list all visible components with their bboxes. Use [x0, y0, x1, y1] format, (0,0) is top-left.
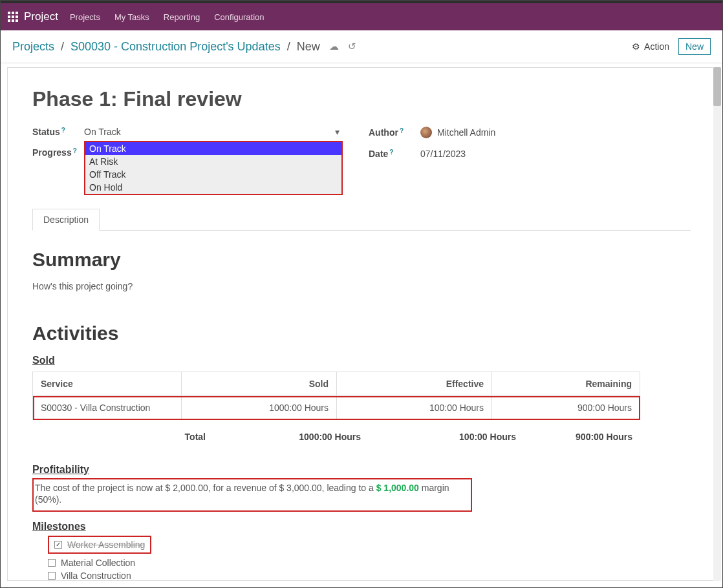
- milestone-item: Villa Construction: [48, 569, 691, 582]
- scroll-thumb[interactable]: [713, 67, 721, 106]
- action-label: Action: [644, 41, 669, 52]
- cell-remaining: 900:00 Hours: [492, 396, 640, 420]
- milestone-highlight: ✓ Worker Assembling: [48, 536, 151, 554]
- table-row: S00030 - Villa Construction 1000:00 Hour…: [33, 396, 640, 420]
- avatar: [420, 127, 432, 138]
- breadcrumb-projects[interactable]: Projects: [12, 40, 54, 54]
- nav-reporting[interactable]: Reporting: [164, 12, 200, 22]
- total-sold: 1000:00 Hours: [213, 429, 369, 445]
- checkbox-icon[interactable]: [48, 559, 56, 567]
- summary-heading: Summary: [32, 249, 691, 271]
- page-title: Phase 1: Final review: [32, 87, 691, 111]
- status-option-off-track[interactable]: Off Track: [85, 168, 341, 181]
- checkbox-icon[interactable]: [48, 572, 56, 580]
- status-option-on-track[interactable]: On Track: [85, 142, 341, 155]
- milestone-label: Material Collection: [61, 558, 135, 568]
- tab-strip: Description: [32, 208, 691, 231]
- content-card: Phase 1: Final review Status? On Track ▾…: [7, 67, 716, 581]
- status-label: Status?: [32, 127, 84, 137]
- author-value: Mitchell Admin: [437, 127, 495, 138]
- sold-heading: Sold: [32, 355, 691, 366]
- col-remaining: Remaining: [492, 372, 640, 396]
- breadcrumb-current: New: [297, 40, 320, 54]
- subbar: Projects / S00030 - Construction Project…: [1, 30, 722, 63]
- date-value: 07/11/2023: [420, 149, 466, 159]
- cell-sold: 1000:00 Hours: [182, 396, 337, 420]
- date-label: Date?: [369, 149, 420, 159]
- profitability-heading: Profitability: [32, 464, 691, 476]
- topbar: Project Projects My Tasks Reporting Conf…: [1, 1, 722, 30]
- breadcrumb: Projects / S00030 - Construction Project…: [12, 40, 356, 54]
- profit-pre: The cost of the project is now at $ 2,00…: [35, 483, 376, 493]
- checkbox-icon[interactable]: ✓: [54, 541, 62, 549]
- milestones-heading: Milestones: [32, 521, 691, 532]
- breadcrumb-updates[interactable]: S00030 - Construction Project's Updates: [70, 40, 281, 54]
- new-button[interactable]: New: [678, 38, 711, 55]
- col-service: Service: [33, 372, 182, 396]
- nav-my-tasks[interactable]: My Tasks: [114, 12, 149, 22]
- scrollbar[interactable]: [713, 67, 721, 581]
- col-sold: Sold: [182, 372, 337, 396]
- status-dropdown: On Track At Risk Off Track On Hold: [84, 141, 343, 195]
- status-value: On Track: [84, 127, 121, 137]
- cloud-save-icon[interactable]: ☁: [329, 41, 339, 52]
- gear-icon: ⚙: [632, 41, 640, 52]
- apps-icon[interactable]: [7, 11, 19, 23]
- profitability-box: The cost of the project is now at $ 2,00…: [32, 478, 472, 512]
- chevron-down-icon: ▾: [335, 127, 340, 137]
- brand-title[interactable]: Project: [24, 10, 58, 23]
- status-option-at-risk[interactable]: At Risk: [85, 155, 341, 168]
- undo-icon[interactable]: ↺: [348, 41, 356, 52]
- total-label: Total: [32, 429, 213, 445]
- progress-label: Progress?: [32, 147, 84, 158]
- col-effective: Effective: [337, 372, 492, 396]
- activities-heading: Activities: [32, 322, 691, 344]
- milestone-label: Worker Assembling: [67, 540, 145, 550]
- action-menu[interactable]: ⚙ Action: [632, 41, 669, 52]
- cell-service: S00030 - Villa Construction: [33, 396, 182, 420]
- activities-table: Service Sold Effective Remaining S00030 …: [32, 372, 640, 420]
- total-effective: 100:00 Hours: [369, 429, 524, 445]
- breadcrumb-sep: /: [287, 40, 290, 54]
- milestone-label: Villa Construction: [61, 571, 131, 581]
- author-label: Author?: [369, 127, 420, 138]
- nav-configuration[interactable]: Configuration: [214, 12, 264, 22]
- total-remaining: 900:00 Hours: [524, 429, 640, 445]
- profit-margin: $ 1,000.00: [376, 483, 419, 493]
- status-option-on-hold[interactable]: On Hold: [85, 181, 341, 194]
- breadcrumb-sep: /: [61, 40, 64, 54]
- summary-question: How's this project going?: [32, 281, 691, 291]
- tab-description[interactable]: Description: [32, 209, 100, 231]
- milestone-item: Material Collection: [48, 556, 691, 569]
- total-row: Total 1000:00 Hours 100:00 Hours 900:00 …: [32, 429, 640, 445]
- nav-projects[interactable]: Projects: [70, 12, 100, 22]
- cell-effective: 100:00 Hours: [337, 396, 492, 420]
- milestone-item: ✓ Worker Assembling: [54, 538, 145, 551]
- status-select[interactable]: On Track ▾: [84, 127, 340, 137]
